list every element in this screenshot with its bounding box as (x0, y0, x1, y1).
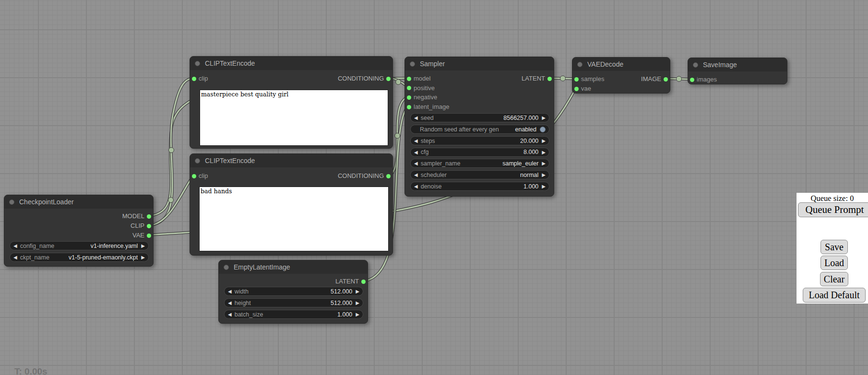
output-slot-clip[interactable]: CLIP (4, 221, 153, 231)
input-dot-icon[interactable] (407, 105, 411, 109)
input-slot-positive[interactable]: positive (405, 83, 435, 93)
output-slot-model[interactable]: MODEL (4, 211, 153, 221)
node-title-bar[interactable]: CheckpointLoader (4, 195, 153, 209)
input-slot-clip[interactable]: clip (190, 74, 208, 83)
output-dot-icon[interactable] (386, 77, 391, 81)
widget-ckpt-name[interactable]: ◀ ckpt_name v1-5-pruned-emaonly.ckpt ▶ (10, 253, 149, 262)
decrement-arrow-icon[interactable]: ◀ (414, 182, 418, 190)
input-dot-icon[interactable] (407, 77, 411, 81)
input-slot-latent-image[interactable]: latent_image (405, 102, 449, 112)
prompt-textarea[interactable]: masterpiece best quality girl (200, 90, 388, 146)
clear-button[interactable]: Clear (820, 272, 848, 286)
collapse-dot-icon[interactable] (410, 61, 415, 67)
increment-arrow-icon[interactable]: ▶ (356, 287, 359, 295)
output-slot-conditioning[interactable]: CONDITIONING (286, 74, 392, 83)
widget-label: batch_size (235, 311, 263, 318)
comfyui-canvas[interactable]: { "canvas": { "status_text": "T: 0.00s" … (0, 0, 868, 375)
input-slot-samples[interactable]: samples (572, 74, 604, 84)
node-checkpoint-loader[interactable]: CheckpointLoader MODEL CLIP VAE ◀ config… (4, 195, 154, 267)
node-title-bar[interactable]: Sampler (405, 57, 554, 70)
input-dot-icon[interactable] (407, 95, 411, 100)
increment-arrow-icon[interactable]: ▶ (542, 114, 546, 122)
output-dot-icon[interactable] (547, 77, 552, 81)
toggle-circle-icon[interactable] (540, 127, 546, 132)
input-dot-icon[interactable] (192, 174, 196, 178)
decrement-arrow-icon[interactable]: ◀ (13, 242, 17, 250)
increment-arrow-icon[interactable]: ▶ (542, 137, 546, 145)
collapse-dot-icon[interactable] (577, 62, 583, 67)
input-slot-vae[interactable]: vae (572, 84, 591, 94)
prompt-textarea[interactable]: bad hands (199, 187, 389, 251)
widget-batch-size[interactable]: ◀ batch_size 1.000 ▶ (224, 310, 363, 319)
node-sampler[interactable]: Sampler model positive negative latent_i… (404, 57, 554, 197)
increment-arrow-icon[interactable]: ▶ (141, 253, 145, 261)
widget-seed[interactable]: ◀ seed 8566257.000 ▶ (410, 113, 549, 122)
input-dot-icon[interactable] (574, 77, 579, 82)
node-title-bar[interactable]: CLIPTextEncode (190, 57, 392, 70)
decrement-arrow-icon[interactable]: ◀ (414, 137, 418, 145)
collapse-dot-icon[interactable] (195, 61, 200, 66)
node-title-bar[interactable]: VAEDecode (572, 58, 670, 71)
increment-arrow-icon[interactable]: ▶ (356, 310, 359, 318)
input-dot-icon[interactable] (192, 77, 196, 81)
collapse-dot-icon[interactable] (224, 265, 229, 270)
output-dot-icon[interactable] (147, 214, 151, 219)
decrement-arrow-icon[interactable]: ◀ (414, 148, 418, 156)
widget-cfg[interactable]: ◀ cfg 8.000 ▶ (410, 148, 549, 157)
output-slot-conditioning[interactable]: CONDITIONING (286, 171, 392, 181)
node-vae-decode[interactable]: VAEDecode samples vae IMAGE (572, 57, 670, 94)
save-button[interactable]: Save (820, 240, 848, 254)
node-title-bar[interactable]: EmptyLatentImage (219, 260, 368, 274)
output-dot-icon[interactable] (147, 224, 151, 228)
node-save-image[interactable]: SaveImage images (688, 58, 787, 84)
load-button[interactable]: Load (820, 256, 848, 270)
output-dot-icon[interactable] (386, 174, 391, 178)
input-slot-images[interactable]: images (688, 75, 717, 84)
collapse-dot-icon[interactable] (195, 158, 200, 164)
widget-height[interactable]: ◀ height 512.000 ▶ (224, 298, 363, 307)
decrement-arrow-icon[interactable]: ◀ (414, 171, 418, 179)
output-dot-icon[interactable] (361, 280, 366, 284)
output-slot-latent[interactable]: LATENT (219, 277, 368, 286)
output-dot-icon[interactable] (664, 77, 668, 82)
node-clip-text-encode-positive[interactable]: CLIPTextEncode clip CONDITIONING masterp… (190, 56, 393, 149)
queue-prompt-button[interactable]: Queue Prompt (798, 202, 868, 217)
widget-denoise[interactable]: ◀ denoise 1.000 ▶ (410, 182, 549, 191)
output-slot-latent[interactable]: LATENT (477, 74, 554, 83)
decrement-arrow-icon[interactable]: ◀ (414, 114, 418, 122)
input-slot-clip[interactable]: clip (190, 171, 208, 181)
increment-arrow-icon[interactable]: ▶ (542, 171, 546, 179)
output-dot-icon[interactable] (147, 234, 151, 238)
input-dot-icon[interactable] (574, 87, 579, 91)
node-title-bar[interactable]: CLIPTextEncode (190, 154, 392, 167)
increment-arrow-icon[interactable]: ▶ (542, 148, 546, 156)
increment-arrow-icon[interactable]: ▶ (542, 182, 546, 190)
input-dot-icon[interactable] (690, 78, 694, 82)
widget-random-seed-toggle[interactable]: Random seed after every gen enabled (410, 125, 549, 134)
node-empty-latent-image[interactable]: EmptyLatentImage LATENT ◀ width 512.000 … (218, 260, 368, 324)
decrement-arrow-icon[interactable]: ◀ (414, 159, 418, 167)
increment-arrow-icon[interactable]: ▶ (141, 242, 145, 250)
load-default-button[interactable]: Load Default (803, 288, 866, 303)
widget-sampler-name[interactable]: ◀ sampler_name sample_euler ▶ (410, 159, 549, 168)
widget-width[interactable]: ◀ width 512.000 ▶ (224, 287, 363, 296)
output-slot-vae[interactable]: VAE (4, 231, 153, 240)
input-slot-model[interactable]: model (405, 74, 430, 83)
widget-value: 8.000 (523, 149, 538, 155)
decrement-arrow-icon[interactable]: ◀ (228, 299, 232, 307)
decrement-arrow-icon[interactable]: ◀ (228, 310, 232, 318)
node-clip-text-encode-negative[interactable]: CLIPTextEncode clip CONDITIONING bad han… (190, 153, 393, 256)
increment-arrow-icon[interactable]: ▶ (356, 299, 359, 307)
input-dot-icon[interactable] (407, 86, 411, 90)
widget-steps[interactable]: ◀ steps 20.000 ▶ (410, 136, 549, 145)
decrement-arrow-icon[interactable]: ◀ (13, 253, 17, 261)
widget-scheduler[interactable]: ◀ scheduler normal ▶ (410, 170, 549, 179)
output-slot-image[interactable]: IMAGE (616, 74, 670, 84)
decrement-arrow-icon[interactable]: ◀ (228, 287, 232, 295)
collapse-dot-icon[interactable] (9, 199, 14, 205)
collapse-dot-icon[interactable] (693, 62, 698, 68)
widget-config-name[interactable]: ◀ config_name v1-inference.yaml ▶ (10, 241, 149, 250)
node-title-bar[interactable]: SaveImage (688, 58, 787, 71)
increment-arrow-icon[interactable]: ▶ (542, 159, 546, 167)
input-slot-negative[interactable]: negative (405, 93, 437, 102)
